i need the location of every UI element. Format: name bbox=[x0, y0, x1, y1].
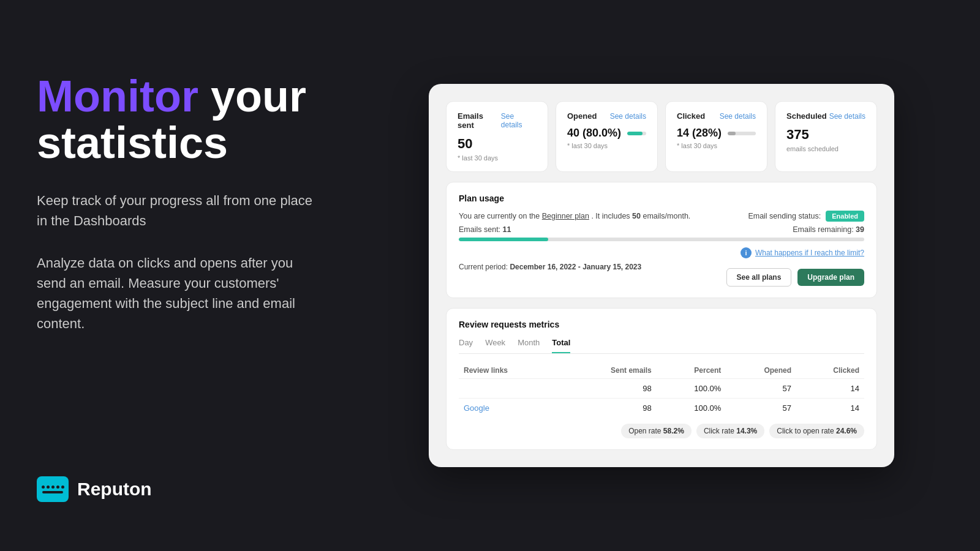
left-panel: Monitor yourstatistics Keep track of you… bbox=[0, 0, 355, 551]
stat-emails-sent-label: Emails sent bbox=[458, 111, 501, 130]
stat-scheduled: Scheduled See details 375 emails schedul… bbox=[775, 101, 877, 172]
logo-dot bbox=[51, 485, 55, 489]
tab-total[interactable]: Total bbox=[552, 338, 570, 353]
right-panel: Emails sent See details 50 * last 30 day… bbox=[355, 0, 980, 551]
stat-opened-sub: * last 30 days bbox=[567, 142, 646, 149]
logo-dot bbox=[42, 485, 45, 489]
review-metrics-title: Review requests metrics bbox=[459, 320, 864, 329]
email-sending-label: Email sending status: bbox=[748, 212, 821, 220]
stats-row: Emails sent See details 50 * last 30 day… bbox=[446, 101, 877, 172]
footer-badges: Open rate 58.2% Click rate 14.3% Click t… bbox=[459, 424, 864, 438]
dashboard-card: Emails sent See details 50 * last 30 day… bbox=[429, 84, 894, 467]
stat-clicked-value: 14 (28%) bbox=[677, 127, 722, 140]
period-label: Current period: bbox=[459, 263, 508, 271]
stat-opened: Opened See details 40 (80.0%) * last 30 … bbox=[556, 101, 658, 172]
stat-clicked-sub: * last 30 days bbox=[677, 142, 756, 149]
plan-actions: See all plans Upgrade plan bbox=[726, 268, 864, 287]
stat-opened-bar bbox=[627, 132, 646, 135]
stat-scheduled-header: Scheduled See details bbox=[786, 111, 865, 121]
stat-opened-value-row: 40 (80.0%) bbox=[567, 127, 646, 140]
email-sending-status: Email sending status: Enabled bbox=[748, 211, 864, 222]
tab-day[interactable]: Day bbox=[459, 338, 473, 353]
stat-emails-sent-header: Emails sent See details bbox=[458, 111, 537, 130]
period-actions-row: Current period: December 16, 2022 - Janu… bbox=[459, 247, 864, 287]
emails-sent-value: 11 bbox=[503, 225, 511, 234]
stat-scheduled-value: 375 bbox=[786, 127, 865, 143]
logo-dot bbox=[47, 485, 50, 489]
plan-info-row: You are currently on the Beginner plan .… bbox=[459, 211, 864, 222]
emails-remaining-value: 39 bbox=[856, 225, 864, 234]
tab-month[interactable]: Month bbox=[518, 338, 540, 353]
row-total-clicked: 14 bbox=[796, 379, 864, 399]
stat-opened-label: Opened bbox=[567, 111, 597, 121]
tabs-row: Day Week Month Total bbox=[459, 338, 864, 354]
row-google-percent: 100.0% bbox=[657, 399, 726, 418]
stat-clicked-bar-fill bbox=[728, 132, 736, 135]
plan-description-after: . It includes bbox=[591, 212, 630, 220]
limit-row: i What happens if I reach the limit? bbox=[741, 247, 864, 258]
review-metrics-section: Review requests metrics Day Week Month T… bbox=[446, 308, 877, 450]
stat-emails-sent: Emails sent See details 50 * last 30 day… bbox=[446, 101, 548, 172]
what-happens-link[interactable]: What happens if I reach the limit? bbox=[755, 249, 864, 257]
col-review-links: Review links bbox=[459, 362, 560, 379]
stat-clicked-header: Clicked See details bbox=[677, 111, 756, 121]
stat-opened-details[interactable]: See details bbox=[610, 112, 646, 121]
stat-scheduled-details[interactable]: See details bbox=[829, 112, 865, 121]
stat-emails-sent-value: 50 bbox=[458, 136, 537, 152]
period-value: December 16, 2022 - January 15, 2023 bbox=[510, 263, 641, 271]
plan-emails-month: 50 bbox=[632, 212, 641, 220]
stat-opened-bar-fill bbox=[627, 132, 643, 135]
col-opened: Opened bbox=[726, 362, 796, 379]
stat-clicked-details[interactable]: See details bbox=[720, 112, 756, 121]
plan-description-before: You are currently on the bbox=[459, 212, 540, 220]
stat-clicked-bar bbox=[728, 132, 756, 135]
logo-name: Reputon bbox=[77, 479, 152, 500]
plan-usage-title: Plan usage bbox=[459, 193, 864, 203]
tab-week[interactable]: Week bbox=[485, 338, 505, 353]
hero-title-highlight: Monitor bbox=[37, 72, 198, 121]
stat-emails-sent-details[interactable]: See details bbox=[501, 112, 537, 129]
hero-title: Monitor yourstatistics bbox=[37, 73, 318, 166]
see-all-plans-button[interactable]: See all plans bbox=[726, 268, 792, 287]
click-to-open-rate-badge: Click to open rate 24.6% bbox=[769, 424, 864, 438]
row-total-link bbox=[459, 379, 560, 399]
row-google-clicked: 14 bbox=[796, 399, 864, 418]
row-total-opened: 57 bbox=[726, 379, 796, 399]
plan-link[interactable]: Beginner plan bbox=[542, 212, 589, 220]
plan-info-text: You are currently on the Beginner plan .… bbox=[459, 212, 690, 220]
logo-area: Reputon bbox=[37, 476, 318, 502]
stat-clicked-value-row: 14 (28%) bbox=[677, 127, 756, 140]
emails-sent-label: Emails sent: 11 bbox=[459, 225, 511, 234]
stat-clicked-label: Clicked bbox=[677, 111, 705, 121]
plan-usage-section: Plan usage You are currently on the Begi… bbox=[446, 182, 877, 298]
col-clicked: Clicked bbox=[796, 362, 864, 379]
row-total-sent: 98 bbox=[560, 379, 656, 399]
info-icon: i bbox=[741, 247, 752, 258]
table-row: Google 98 100.0% 57 14 bbox=[459, 399, 864, 418]
upgrade-plan-button[interactable]: Upgrade plan bbox=[797, 269, 864, 286]
enabled-badge: Enabled bbox=[826, 211, 864, 222]
open-rate-badge: Open rate 58.2% bbox=[621, 424, 692, 438]
stat-opened-header: Opened See details bbox=[567, 111, 646, 121]
logo-dots bbox=[42, 485, 64, 489]
plan-description-end: emails/month. bbox=[643, 212, 691, 220]
stat-emails-sent-sub: * last 30 days bbox=[458, 154, 537, 162]
row-google-opened: 57 bbox=[726, 399, 796, 418]
hero-text: Monitor yourstatistics Keep track of you… bbox=[37, 73, 318, 334]
google-link[interactable]: Google bbox=[464, 403, 489, 413]
col-sent-emails: Sent emails bbox=[560, 362, 656, 379]
logo-icon bbox=[37, 476, 69, 502]
metrics-table: Review links Sent emails Percent Opened … bbox=[459, 362, 864, 418]
plan-progress-bar bbox=[459, 238, 864, 241]
hero-subtitle1: Keep track of your progress all from one… bbox=[37, 190, 318, 231]
table-row: 98 100.0% 57 14 bbox=[459, 379, 864, 399]
col-percent: Percent bbox=[657, 362, 726, 379]
stat-clicked: Clicked See details 14 (28%) * last 30 d… bbox=[665, 101, 767, 172]
row-google-link: Google bbox=[459, 399, 560, 418]
plan-progress-fill bbox=[459, 238, 548, 241]
logo-dot bbox=[61, 485, 64, 489]
row-google-sent: 98 bbox=[560, 399, 656, 418]
logo-line bbox=[42, 491, 63, 493]
emails-remaining: Emails remaining: 39 bbox=[793, 225, 864, 234]
stat-scheduled-sub: emails scheduled bbox=[786, 145, 865, 152]
